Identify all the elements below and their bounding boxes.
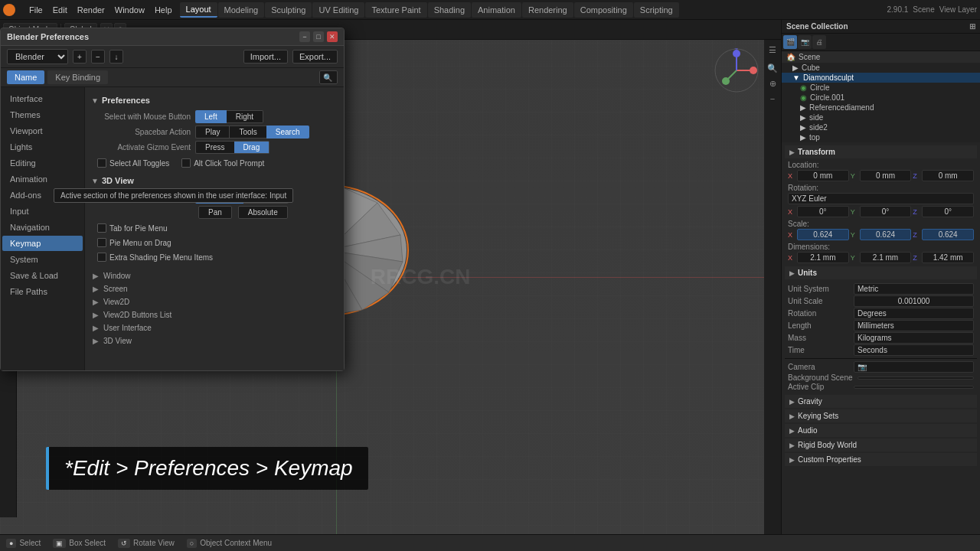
menu-help[interactable]: Help	[150, 4, 177, 16]
drag-btn[interactable]: Drag	[234, 141, 270, 154]
pie-drag-cb[interactable]	[97, 238, 106, 247]
tools-btn[interactable]: Tools	[229, 126, 266, 139]
gravity-header[interactable]: ▶ Gravity	[785, 395, 977, 408]
sidebar-input[interactable]: Input	[2, 204, 83, 219]
rot-z-value[interactable]: 0°	[922, 206, 974, 217]
sidebar-editing[interactable]: Editing	[2, 155, 83, 171]
pan-btn[interactable]: Pan	[198, 206, 232, 219]
view2d-row[interactable]: ▶ View2D	[91, 295, 338, 308]
tab-uv-editing[interactable]: UV Editing	[312, 2, 364, 18]
screen-row[interactable]: ▶ Screen	[91, 282, 338, 295]
tab-scripting[interactable]: Scripting	[634, 2, 679, 18]
menu-window[interactable]: Window	[110, 4, 149, 16]
sidebar-themes[interactable]: Themes	[2, 107, 83, 122]
sidebar-file-paths[interactable]: File Paths	[2, 284, 83, 299]
down-btn[interactable]: ↓	[109, 50, 123, 64]
sidebar-keymap[interactable]: Keymap	[2, 236, 83, 251]
sc-x-value[interactable]: 0.624	[797, 229, 849, 240]
sidebar-system[interactable]: System	[2, 252, 83, 267]
view2d-expand[interactable]: ▶	[91, 298, 100, 306]
alt-click-cb[interactable]	[181, 158, 191, 168]
search-btn[interactable]: Search	[266, 126, 309, 139]
tab-compositing[interactable]: Compositing	[574, 2, 633, 18]
mass-value[interactable]: Kilograms	[854, 332, 974, 344]
absolute-btn[interactable]: Absolute	[238, 206, 288, 219]
rotation-unit-value[interactable]: Degrees	[854, 308, 974, 319]
dim-z-value[interactable]: 1.42 mm	[922, 252, 974, 263]
tab-pie-cb[interactable]	[97, 223, 106, 233]
left-btn[interactable]: Left	[195, 110, 227, 123]
view-icon-4[interactable]: −	[766, 92, 779, 106]
tab-sculpting[interactable]: Sculpting	[265, 2, 312, 18]
view2d-btns-expand[interactable]: ▶	[91, 311, 100, 319]
minimize-btn[interactable]: −	[299, 31, 310, 42]
scene-tab[interactable]: 🎬	[783, 35, 797, 49]
side-item[interactable]: ▶ side	[782, 112, 980, 122]
screen-expand[interactable]: ▶	[91, 285, 100, 293]
gizmos-btn[interactable]: Gizmos	[243, 191, 289, 204]
active-clip-value[interactable]	[854, 386, 974, 389]
user-interface-row[interactable]: ▶ User Interface	[91, 321, 338, 334]
keying-header[interactable]: ▶ Keying Sets	[785, 409, 977, 422]
blender-dropdown[interactable]: Blender	[7, 49, 68, 64]
play-btn[interactable]: Play	[195, 126, 229, 139]
press-btn[interactable]: Press	[195, 141, 234, 154]
view-icon-2[interactable]: 🔍	[766, 61, 779, 75]
tab-texture-paint[interactable]: Texture Paint	[365, 2, 426, 18]
search-input[interactable]	[319, 70, 338, 84]
tab-shading[interactable]: Shading	[428, 2, 471, 18]
tab-modeling[interactable]: Modeling	[218, 2, 265, 18]
dim-y-value[interactable]: 2.1 mm	[860, 252, 912, 263]
camera-value[interactable]: 📷	[854, 361, 974, 373]
window-row[interactable]: ▶ Window	[91, 269, 338, 282]
top-item[interactable]: ▶ top	[782, 132, 980, 142]
sc-z-value[interactable]: 0.624	[922, 229, 974, 240]
view-icon-3[interactable]: ⊕	[766, 77, 779, 90]
audio-header[interactable]: ▶ Audio	[785, 424, 977, 437]
sidebar-animation[interactable]: Animation	[2, 171, 83, 187]
tab-rendering[interactable]: Rendering	[522, 2, 573, 18]
minus-btn[interactable]: −	[91, 50, 105, 64]
window-expand[interactable]: ▶	[91, 272, 100, 280]
extra-shading-cb[interactable]	[97, 253, 106, 262]
render-tab[interactable]: 📷	[798, 35, 812, 49]
maximize-btn[interactable]: □	[313, 31, 324, 42]
3dview-list-row[interactable]: ▶ 3D View	[91, 334, 338, 347]
loc-x-value[interactable]: 0 mm	[797, 170, 849, 181]
close-btn[interactable]: ✕	[327, 31, 338, 42]
axis-gizmo[interactable]: X Y Z	[714, 47, 760, 93]
length-value[interactable]: Millimeters	[854, 320, 974, 331]
sidebar-navigation[interactable]: Navigation	[2, 220, 83, 235]
sc-y-value[interactable]: 0.624	[860, 229, 912, 240]
time-value[interactable]: Seconds	[854, 344, 974, 356]
sidebar-lights[interactable]: Lights	[2, 139, 83, 155]
loc-z-value[interactable]: 0 mm	[922, 170, 974, 181]
tab-layout[interactable]: Layout	[180, 2, 217, 18]
sidebar-viewport[interactable]: Viewport	[2, 123, 83, 139]
plus-btn[interactable]: +	[73, 50, 87, 64]
units-header[interactable]: ▶ Units	[785, 266, 977, 279]
tab-animation[interactable]: Animation	[472, 2, 521, 18]
rot-x-value[interactable]: 0°	[797, 206, 849, 217]
export-btn[interactable]: Export...	[292, 50, 338, 64]
rotation-xyz-euler[interactable]: XYZ Euler	[788, 193, 974, 204]
import-btn[interactable]: Import...	[243, 50, 288, 64]
sidebar-addons[interactable]: Add-ons	[2, 187, 83, 203]
refdia-item[interactable]: ▶ Referencediamend	[782, 103, 980, 112]
unit-system-value[interactable]: Metric	[854, 283, 974, 295]
transform-header[interactable]: ▶ Transform	[785, 145, 977, 158]
menu-render[interactable]: Render	[73, 4, 109, 16]
cube-item[interactable]: ▶ Cube	[782, 63, 980, 73]
menu-edit[interactable]: Edit	[48, 4, 72, 16]
navigate-btn[interactable]: Navigate	[195, 191, 243, 204]
circle001-item[interactable]: ◉ Circle.001	[782, 93, 980, 103]
select-all-toggles-cb[interactable]	[97, 158, 106, 168]
loc-y-value[interactable]: 0 mm	[860, 170, 912, 181]
dim-x-value[interactable]: 2.1 mm	[797, 252, 849, 263]
menu-file[interactable]: File	[24, 4, 47, 16]
tab-key-binding[interactable]: Key Binding	[47, 70, 108, 84]
3dview-list-expand[interactable]: ▶	[91, 337, 100, 345]
tab-name[interactable]: Name	[7, 70, 44, 84]
rigid-body-header[interactable]: ▶ Rigid Body World	[785, 439, 977, 452]
output-tab[interactable]: 🖨	[812, 35, 826, 49]
